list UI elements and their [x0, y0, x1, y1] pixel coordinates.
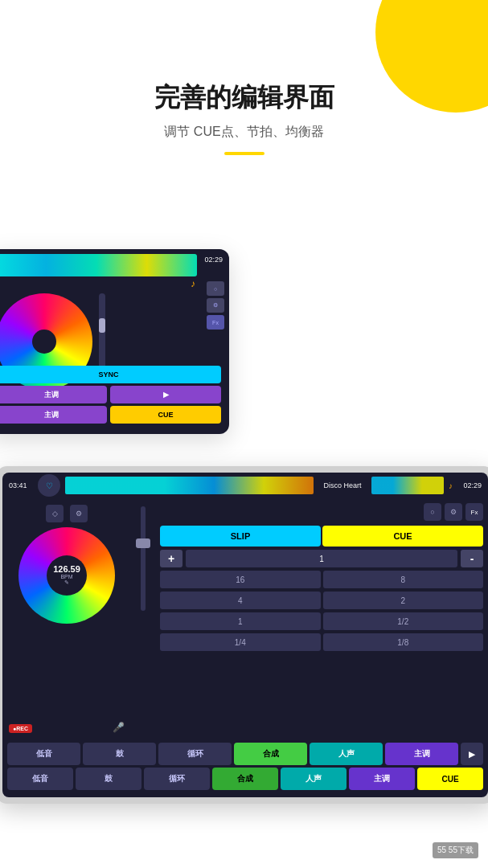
btn-row-3: 主调 CUE: [0, 406, 221, 424]
disc-center-top: [32, 330, 56, 354]
vocal-btn-1[interactable]: 人声: [310, 743, 383, 765]
grid-cell-eighth[interactable]: 1/8: [323, 633, 484, 651]
slip-button[interactable]: SLIP: [160, 526, 321, 547]
tablet-top: 02:29 ♪ ○ ⚙ Fx SYNC 主调 ▶ 主调 CU: [0, 249, 229, 434]
bottom-top-bar: 03:41 ♡ Disco Heart ♪ 02:29: [2, 473, 488, 498]
settings-icon-btn[interactable]: ⚙: [70, 505, 88, 522]
waveform-right-bottom: [371, 477, 444, 494]
synth-btn-2[interactable]: 合成: [212, 768, 278, 790]
turntable-disc-bottom[interactable]: 126.59 BPM ✎: [18, 527, 115, 624]
fx-ctrl-btn[interactable]: Fx: [207, 315, 224, 330]
eq-ctrl-btn[interactable]: ⚙: [207, 298, 224, 313]
track-name-display: Disco Heart: [318, 481, 367, 489]
fader-handle-top: [99, 318, 105, 333]
music-note-icon-top: ♪: [191, 278, 195, 289]
btn-row-2: 主调 ▶: [0, 386, 221, 403]
diamond-icon-btn[interactable]: ◇: [46, 505, 64, 522]
bpm-label: BPM: [60, 574, 72, 579]
key-button-top-2[interactable]: 主调: [0, 406, 107, 424]
fader-top[interactable]: [99, 293, 105, 374]
left-panel: ◇ ⚙ 126.59 BPM ✎ ●REC 🎤: [2, 498, 131, 739]
grid-cell-16[interactable]: 16: [160, 571, 321, 588]
yellow-divider: [224, 152, 265, 155]
fx-icon-right[interactable]: Fx: [465, 503, 483, 521]
tablet-bottom-screen: 03:41 ♡ Disco Heart ♪ 02:29 ◇ ⚙ 126.59 B…: [2, 473, 488, 797]
watermark-text: 55 55下载: [437, 845, 474, 854]
sync-button[interactable]: SYNC: [0, 366, 221, 383]
loop-ctrl-btn[interactable]: ○: [207, 281, 224, 296]
music-note-icon-bottom: ♪: [449, 481, 453, 490]
rec-button[interactable]: ●REC: [9, 724, 32, 733]
play-button-top[interactable]: ▶: [110, 386, 221, 403]
waveform-top: [0, 254, 197, 276]
grid-row-1: 16 8: [160, 571, 483, 588]
eq-icon-right[interactable]: ⚙: [445, 503, 462, 521]
play-btn-1[interactable]: ▶: [461, 743, 483, 765]
bpm-edit-icon: ✎: [64, 579, 69, 586]
key-btn-2[interactable]: 主调: [349, 768, 415, 790]
grid-cell-quarter[interactable]: 1/4: [160, 633, 321, 651]
bpm-number: 126.59: [53, 565, 80, 574]
synth-btn-1[interactable]: 合成: [234, 743, 307, 765]
time-left-display: 03:41: [9, 481, 33, 489]
minus-button[interactable]: -: [461, 550, 483, 567]
page-subtitle: 调节 CUE点、节拍、均衡器: [0, 124, 488, 141]
right-icons-row: ○ ⚙ Fx: [160, 503, 483, 521]
grid-row-4: 1/4 1/8: [160, 633, 483, 651]
time-right-display: 02:29: [457, 481, 482, 489]
top-section: 完善的编辑界面 调节 CUE点、节拍、均衡器: [0, 80, 488, 179]
bass-btn-1[interactable]: 低音: [7, 743, 80, 765]
plus-button[interactable]: +: [160, 550, 182, 567]
cue-btn-row2[interactable]: CUE: [417, 768, 483, 790]
loop-icon-right[interactable]: ○: [424, 503, 441, 521]
loop-btn-2[interactable]: 循环: [144, 768, 210, 790]
cue-button-bottom[interactable]: CUE: [322, 526, 483, 547]
drum-btn-2[interactable]: 鼓: [76, 768, 141, 790]
bottom-buttons-area: 低音 鼓 循环 合成 人声 主调 ▶ 低音 鼓 循环 合成 人声 主调 CUE: [2, 739, 488, 797]
grid-cell-8[interactable]: 8: [323, 571, 484, 588]
waveform-left-bottom: [65, 477, 314, 494]
heartbeat-icon: ♡: [38, 474, 60, 497]
fader-knob-center: [136, 538, 150, 548]
grid-row-2: 4 2: [160, 592, 483, 609]
vocal-btn-2[interactable]: 人声: [281, 768, 347, 790]
mic-icon[interactable]: 🎤: [113, 722, 125, 733]
btn-row-sync: SYNC: [0, 366, 221, 383]
beat-value: 1: [186, 550, 457, 567]
grid-cell-1[interactable]: 1: [160, 612, 321, 630]
time-display-top: 02:29: [204, 256, 223, 264]
fader-track-center: [141, 506, 146, 611]
disc-center-bottom: 126.59 BPM ✎: [47, 555, 87, 596]
grid-cell-2[interactable]: 2: [323, 592, 484, 609]
tablet-top-screen: 02:29 ♪ ○ ⚙ Fx SYNC 主调 ▶ 主调 CU: [0, 249, 229, 434]
drum-btn-1[interactable]: 鼓: [83, 743, 156, 765]
right-panel: ○ ⚙ Fx SLIP CUE + 1 - 16 8: [155, 498, 488, 739]
slip-cue-row: SLIP CUE: [160, 526, 483, 547]
bottom-btn-row-2: 低音 鼓 循环 合成 人声 主调 CUE: [7, 768, 483, 790]
bottom-btn-row-1: 低音 鼓 循环 合成 人声 主调 ▶: [7, 743, 483, 765]
key-btn-1[interactable]: 主调: [385, 743, 458, 765]
cue-button-top[interactable]: CUE: [110, 406, 221, 424]
page-title: 完善的编辑界面: [0, 80, 488, 116]
bottom-main-area: ◇ ⚙ 126.59 BPM ✎ ●REC 🎤: [2, 498, 488, 739]
key-button-top[interactable]: 主调: [0, 386, 107, 403]
loop-btn-1[interactable]: 循环: [158, 743, 232, 765]
tablet-bottom: 03:41 ♡ Disco Heart ♪ 02:29 ◇ ⚙ 126.59 B…: [0, 466, 488, 804]
plus-minus-row: + 1 -: [160, 550, 483, 567]
bass-btn-2[interactable]: 低音: [7, 768, 73, 790]
watermark: 55 55下载: [433, 842, 478, 858]
tablet-btns: SYNC 主调 ▶ 主调 CUE: [0, 366, 221, 426]
grid-cell-half[interactable]: 1/2: [323, 612, 484, 630]
icon-row-bottom: ◇ ⚙: [46, 505, 88, 522]
grid-row-3: 1 1/2: [160, 612, 483, 630]
center-fader[interactable]: [131, 498, 155, 739]
controls-row-top: ○ ⚙ Fx: [207, 281, 224, 330]
grid-cell-4[interactable]: 4: [160, 592, 321, 609]
